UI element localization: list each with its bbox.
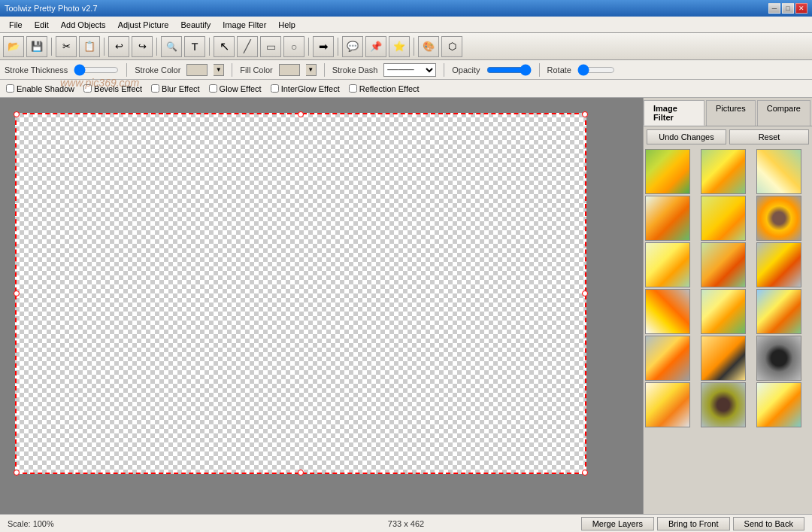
thumbnail-16[interactable] [645, 382, 690, 427]
tab-compare[interactable]: Compare [757, 100, 810, 126]
opacity-label: Opacity [452, 65, 480, 74]
menu-file[interactable]: File [3, 19, 29, 31]
blur-effect[interactable]: Blur Effect [151, 84, 200, 93]
thumbnail-1[interactable] [645, 149, 690, 194]
blur-label: Blur Effect [162, 84, 200, 93]
merge-layers-button[interactable]: Merge Layers [581, 517, 654, 530]
panel-actions: Undo Changes Reset [644, 126, 812, 147]
stroke-dash-select[interactable]: ───── - - - - · · · · [383, 63, 436, 77]
reflection-effect[interactable]: Reflection Effect [349, 84, 420, 93]
rotate-slider[interactable] [577, 65, 615, 74]
tool-speech[interactable]: 💬 [342, 36, 363, 57]
panel-tabs: Image Filter Pictures Compare [644, 98, 812, 126]
scale-label: Scale: 100% [8, 519, 273, 528]
reset-button[interactable]: Reset [729, 129, 809, 144]
sep-props4 [444, 63, 444, 77]
fill-color-dropdown[interactable]: ▼ [306, 64, 317, 76]
thumbnail-12[interactable] [756, 289, 801, 334]
stroke-color-dropdown[interactable]: ▼ [214, 64, 224, 76]
stroke-dash-label: Stroke Dash [332, 65, 378, 74]
thumbnail-17[interactable] [701, 382, 746, 427]
tool-save[interactable]: 💾 [26, 36, 47, 57]
right-panel: Image Filter Pictures Compare Undo Chang… [643, 98, 812, 514]
stroke-thickness-label: Stroke Thickness [5, 65, 68, 74]
tool-ellipse[interactable]: ○ [283, 36, 304, 57]
thumbnail-4[interactable] [645, 196, 690, 241]
menu-beautify[interactable]: Beautify [175, 19, 217, 31]
window-controls[interactable]: ─ □ ✕ [768, 3, 807, 14]
dimensions-label: 733 x 462 [273, 519, 538, 528]
enable-shadow-effect[interactable]: Enable Shadow [6, 84, 74, 93]
interglow-effect[interactable]: InterGlow Effect [271, 84, 340, 93]
window-title: Toolwiz Pretty Photo v2.7 [5, 4, 768, 13]
menu-adjust-picture[interactable]: Adjust Picture [112, 19, 175, 31]
enable-shadow-label: Enable Shadow [17, 84, 74, 93]
thumbnail-2[interactable] [701, 149, 746, 194]
reflection-checkbox[interactable] [349, 84, 357, 93]
thumbnail-11[interactable] [701, 289, 746, 334]
send-to-back-button[interactable]: Send to Back [733, 517, 804, 530]
tool-star[interactable]: ⭐ [389, 36, 410, 57]
tool-line[interactable]: ╱ [237, 36, 258, 57]
thumbnail-6[interactable] [756, 196, 801, 241]
menu-image-filter[interactable]: Image Filter [217, 19, 272, 31]
thumbnail-5[interactable] [701, 196, 746, 241]
reflection-label: Reflection Effect [359, 84, 420, 93]
tool-open[interactable]: 📂 [3, 36, 24, 57]
tab-pictures[interactable]: Pictures [706, 100, 756, 126]
close-button[interactable]: ✕ [795, 3, 807, 14]
tool-paste[interactable]: 📋 [79, 36, 100, 57]
restore-button[interactable]: □ [782, 3, 794, 14]
menu-add-objects[interactable]: Add Objects [55, 19, 112, 31]
thumbnail-3[interactable] [756, 149, 801, 194]
tool-text[interactable]: T [184, 36, 205, 57]
sep6 [338, 38, 338, 56]
sep5 [308, 38, 309, 56]
thumbnail-7[interactable] [645, 242, 690, 287]
interglow-checkbox[interactable] [271, 84, 279, 93]
thumbnail-18[interactable] [756, 382, 801, 427]
main-toolbar: 📂 💾 ✂ 📋 ↩ ↪ 🔍 T ↖ ╱ ▭ ○ ➡ 💬 📌 ⭐ 🎨 ⬡ www.… [0, 33, 812, 60]
glow-checkbox[interactable] [209, 84, 217, 93]
bevels-effect[interactable]: Bevels Effect [83, 84, 142, 93]
menu-help[interactable]: Help [272, 19, 301, 31]
tool-zoom[interactable]: 🔍 [161, 36, 182, 57]
tab-image-filter[interactable]: Image Filter [644, 100, 704, 126]
stroke-color-box[interactable] [186, 64, 208, 76]
tool-rect[interactable]: ▭ [260, 36, 281, 57]
canvas-area[interactable] [0, 98, 643, 514]
fill-color-box[interactable] [279, 64, 300, 76]
tool-polygon[interactable]: ⬡ [441, 36, 462, 57]
thumbnail-14[interactable] [701, 336, 746, 381]
bevels-label: Bevels Effect [94, 84, 142, 93]
tool-redo[interactable]: ↪ [132, 36, 153, 57]
bevels-checkbox[interactable] [83, 84, 92, 93]
thumbnail-13[interactable] [645, 336, 690, 381]
stroke-thickness-slider[interactable] [74, 65, 119, 74]
tool-cut[interactable]: ✂ [56, 36, 77, 57]
menu-edit[interactable]: Edit [29, 19, 55, 31]
opacity-slider[interactable] [486, 65, 532, 74]
sep-props2 [232, 63, 232, 77]
thumbnail-9[interactable] [756, 242, 801, 287]
undo-changes-button[interactable]: Undo Changes [647, 129, 726, 144]
minimize-button[interactable]: ─ [768, 3, 780, 14]
tool-fill[interactable]: 🎨 [418, 36, 439, 57]
tool-cursor[interactable]: ↖ [214, 36, 235, 57]
thumbnail-15[interactable] [756, 336, 801, 381]
glow-effect[interactable]: Glow Effect [209, 84, 262, 93]
tool-undo[interactable]: ↩ [108, 36, 129, 57]
bring-to-front-button[interactable]: Bring to Front [657, 517, 730, 530]
thumbnail-10[interactable] [645, 289, 690, 334]
enable-shadow-checkbox[interactable] [6, 84, 14, 93]
sep4 [209, 38, 210, 56]
blur-checkbox[interactable] [151, 84, 159, 93]
tool-arrow[interactable]: ➡ [313, 36, 334, 57]
rotate-label: Rotate [547, 65, 571, 74]
status-bar: Scale: 100% 733 x 462 Merge Layers Bring… [0, 514, 812, 532]
thumbnail-8[interactable] [701, 242, 746, 287]
properties-bar: Stroke Thickness Stroke Color ▼ Fill Col… [0, 60, 812, 80]
canvas-checker [15, 113, 586, 474]
tool-callout[interactable]: 📌 [365, 36, 386, 57]
main-area: Image Filter Pictures Compare Undo Chang… [0, 98, 812, 514]
